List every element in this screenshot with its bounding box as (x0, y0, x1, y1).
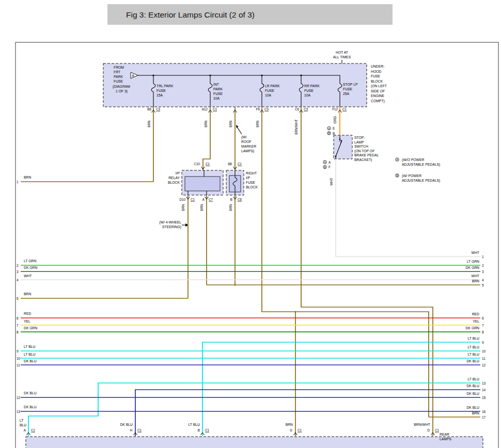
bus-junction (152, 74, 154, 76)
wire-row-number: 12 (17, 396, 21, 399)
connector-name: C7 (209, 198, 213, 201)
from-feed-label: (DIAGRAM (113, 85, 130, 89)
wire-row-label: DK GRN (24, 326, 38, 330)
wire-row-label: DK BLU (466, 384, 479, 388)
wire-row-number: 8 (17, 330, 19, 334)
switch-name: (ON TOP OF (354, 149, 374, 153)
note-line: (W/ 4-WHEEL (159, 220, 181, 225)
connector-cavity: A12 (202, 107, 208, 111)
rear-lamps-label: REAR (440, 433, 449, 436)
connector-name: C3 (264, 107, 269, 111)
wire-color-label: LT (20, 419, 23, 422)
connector-name: C1 (213, 107, 217, 111)
connector-name: C1 (435, 428, 440, 432)
fuse-label: 25A (343, 92, 350, 95)
hot-at-label: ALL TIMES (333, 55, 351, 59)
block-name: RIGHT (246, 171, 257, 175)
connector-name: C1 (238, 162, 242, 166)
wire-row-number: 4 (482, 278, 484, 282)
connector-cavity: B6 (147, 107, 151, 111)
from-feed-label: FRT (114, 70, 120, 74)
wiring-diagram-page: Fig 3: Exterior Lamps Circuit (2 of 3) (0, 0, 501, 448)
wire-color-label: DK BLU (120, 423, 133, 426)
wire-row-number: 6 (482, 316, 484, 320)
from-feed-label: 1 OF 3) (116, 89, 128, 93)
wire-row-label: DK BLU (466, 359, 479, 363)
wire-row-label: BRN (24, 175, 31, 179)
connector-cavity: F6 (256, 107, 260, 111)
connector-cavity: 6B (228, 162, 232, 166)
wire-row-label: WHT (472, 251, 479, 254)
wire-row-number: 9 (482, 341, 484, 344)
variant-mark: B (324, 166, 325, 169)
wire-row-number: 6 (17, 316, 19, 320)
fuse-label: FUSE (156, 89, 166, 92)
block-name: SIDE OF (371, 89, 385, 93)
connector-cavity: C6 (295, 107, 300, 111)
page-title: Fig 3: Exterior Lamps Circuit (2 of 3) (126, 10, 255, 19)
wire-row-number: 3 (482, 270, 484, 274)
block-name: BLOCK (168, 181, 180, 184)
connector-name: C1 (205, 428, 210, 432)
wire-row-label: LT BLU (468, 337, 480, 340)
connector-name: C1 (31, 428, 36, 432)
wire-row-label: BRN (472, 279, 479, 283)
wire-row-number: 9 (17, 349, 19, 353)
wire-row-number: 13 (482, 381, 486, 385)
connector-cavity: D (427, 428, 430, 432)
switch-contact (335, 156, 337, 157)
connector-cavity: B (230, 198, 232, 201)
wire-row-number: 11 (17, 363, 20, 367)
fuse-label: FUSE (343, 87, 353, 91)
wire-color-label: BRN/WHT (294, 119, 298, 135)
rear-lamps-block-box (26, 437, 483, 448)
block-name: FUSE (371, 74, 381, 78)
wire-row-number: 7 (482, 324, 484, 327)
wire-color-label: BRN (147, 120, 151, 127)
wire-row-number: 3 (17, 270, 19, 274)
wire-row-number: 15 (482, 396, 486, 399)
fuse-label: RR PARK (304, 84, 320, 88)
switch-name: BRAKE PEDAL (354, 153, 379, 157)
wire-row-label: WHT (472, 274, 479, 278)
wire-color-label: BRN (286, 423, 293, 426)
variant-mark: B (396, 174, 398, 177)
wire-row-label: DK GRN (24, 266, 38, 269)
wire-row-label: RED (472, 312, 479, 316)
connector-name: C1 (342, 107, 347, 111)
wire-row-label: DK GRN (466, 266, 480, 269)
wire-color-label: WHT (330, 178, 333, 185)
from-feed-label: FUSE (114, 79, 123, 83)
switch-name: LAMP (354, 140, 364, 144)
wire-row-label: DK GRN (466, 326, 480, 330)
block-name: FUSE (246, 181, 256, 184)
wire-color-label: BRN (256, 120, 259, 127)
wire-row-label: DK BLU (466, 406, 479, 409)
wire-row-number: 5 (17, 297, 19, 300)
note-line: MARKER (241, 145, 256, 148)
connector-name: C6 (238, 198, 242, 201)
terminal-label: B (333, 132, 335, 135)
bus-junction (261, 74, 262, 76)
switch-name: STOP- (354, 136, 365, 139)
wire-row-number: 8 (482, 330, 484, 334)
block-name: COMPT) (371, 99, 385, 103)
connector-cavity: F12 (332, 107, 338, 111)
exterior-lamps-wiring-diagram: Fig 3: Exterior Lamps Circuit (2 of 3) (0, 0, 501, 448)
block-name: BLOCK (246, 185, 258, 189)
block-name: HOOD (371, 70, 381, 73)
wire-row-label: DK BLU (24, 405, 37, 409)
wire-color-label: BRN/WHT (414, 423, 430, 426)
wire-row-label: BRN (472, 411, 479, 415)
switch-name: SWITCH (354, 145, 368, 148)
note-line: (W/ (241, 135, 247, 139)
wire-row-label: LT GRN (24, 259, 36, 263)
wire-row-label: LT BLU (24, 353, 36, 356)
wire-row-number: 1 (17, 180, 19, 184)
wire-row-number: 5 (482, 283, 484, 287)
wire-row-label: LT BLU (468, 353, 480, 356)
terminal-label: F (328, 165, 331, 169)
wire-row-number: 4 (17, 278, 19, 282)
block-name: RELAY (168, 176, 180, 180)
bus-junction (300, 74, 302, 76)
